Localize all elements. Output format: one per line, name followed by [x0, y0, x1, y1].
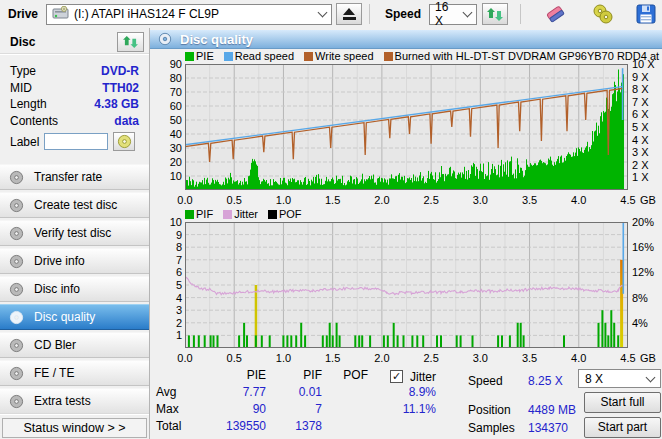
y-axis-right-label: 3 X	[632, 146, 662, 158]
sidebar-item-transfer-rate[interactable]: Transfer rate	[0, 164, 149, 190]
sidebar-item-disc-info[interactable]: Disc info	[0, 276, 149, 302]
chevron-down-icon	[462, 8, 472, 18]
x-axis-tick-label: 2.0	[367, 352, 397, 364]
x-axis-tick-label: 1.5	[318, 194, 348, 206]
x-axis-tick-label: 4.5	[613, 352, 643, 364]
y-axis-right-label: 6 X	[632, 108, 662, 120]
save-button[interactable]	[633, 2, 659, 26]
y-axis-right-label: 16%	[632, 241, 662, 253]
stat-total-jitter	[368, 419, 436, 436]
status-window-button[interactable]: Status window > >	[2, 418, 147, 438]
legend-item: Write speed	[304, 50, 374, 62]
start-full-button[interactable]: Start full	[584, 392, 661, 413]
info-label: Contents	[10, 114, 58, 128]
y-axis-tick-label: 70	[150, 86, 182, 98]
x-axis-tick-label: 0.0	[170, 352, 200, 364]
disc-info-row: TypeDVD-R	[0, 63, 149, 80]
y-axis-tick-label: 4	[150, 292, 182, 304]
y-axis-right-label: 12%	[632, 266, 662, 278]
y-axis-right-label: 10 X	[632, 58, 662, 70]
refresh-speed-button[interactable]	[482, 3, 508, 25]
speed-select[interactable]: 16 X	[429, 4, 477, 25]
disc-tools-button[interactable]	[590, 2, 616, 26]
sidebar-item-label: Disc quality	[34, 310, 95, 324]
info-label: Type	[10, 64, 36, 78]
x-axis-tick-label: 1.0	[268, 352, 298, 364]
y-axis-tick-label: 10	[150, 216, 182, 228]
label-input[interactable]	[44, 133, 108, 150]
toolbar-separator	[369, 4, 370, 24]
y-axis-right-label: 1 X	[632, 171, 662, 183]
read-label-button[interactable]	[113, 132, 135, 151]
disc-info-row: Contentsdata	[0, 113, 149, 130]
sidebar-item-extra-tests[interactable]: Extra tests	[0, 388, 149, 414]
y-axis-tick-label: 5	[150, 279, 182, 291]
legend-item: Jitter	[223, 208, 258, 220]
discs-icon	[591, 2, 615, 26]
sidebar-item-create-test-disc[interactable]: Create test disc	[0, 192, 149, 218]
col-header-pie: PIE	[210, 368, 266, 385]
speed-label: Speed	[385, 7, 421, 21]
erase-disc-button[interactable]	[544, 2, 570, 26]
disc-info-row: MIDTTH02	[0, 80, 149, 97]
stat-total-pie: 139550	[210, 419, 266, 436]
disc-icon	[9, 394, 24, 409]
y-axis-right-label: 9 X	[632, 71, 662, 83]
disc-icon	[9, 254, 24, 269]
chevron-down-icon	[646, 372, 656, 382]
legend-item: POF	[268, 208, 302, 220]
sidebar-item-label: Extra tests	[34, 394, 91, 408]
y-axis-right-label: 20%	[632, 216, 662, 228]
samples-readout: Samples 134370	[468, 421, 568, 435]
y-axis-tick-label: 1	[150, 329, 182, 341]
pif-chart	[185, 222, 628, 348]
drive-label: Drive	[8, 7, 38, 21]
scan-speed-select[interactable]: 8 X	[578, 369, 661, 388]
drive-select[interactable]: (I:) ATAPI iHAS124 F CL9P	[46, 4, 332, 25]
y-axis-tick-label: 3	[150, 304, 182, 316]
x-axis-unit-label: GB	[640, 352, 662, 364]
y-axis-right-label: 5 X	[632, 121, 662, 133]
legend-label: Burned with HL-DT-ST DVDRAM GP96YB70 RDD…	[395, 50, 662, 62]
sidebar-item-drive-info[interactable]: Drive info	[0, 248, 149, 274]
panel-header: Disc quality	[150, 30, 662, 49]
info-label: MID	[10, 81, 32, 95]
x-axis-tick-label: 3.5	[515, 194, 545, 206]
panel-title: Disc quality	[180, 32, 253, 47]
x-axis-tick-label: 2.0	[367, 194, 397, 206]
x-axis-tick-label: 3.0	[465, 352, 495, 364]
y-axis-right-label: 8 X	[632, 83, 662, 95]
speed-value: 16 X	[435, 0, 459, 28]
toolbar-separator	[520, 4, 521, 24]
eject-button[interactable]	[336, 3, 362, 25]
disc-icon	[9, 366, 24, 381]
y-axis-right-label: 4%	[632, 317, 662, 329]
stat-max-pie: 90	[210, 402, 266, 419]
sidebar-buttons: Transfer rateCreate test discVerify test…	[0, 164, 149, 414]
y-axis-right-label: 7 X	[632, 96, 662, 108]
y-axis-tick-label: 20	[150, 156, 182, 168]
speed-readout: Speed 8.25 X	[468, 374, 563, 388]
pie-chart	[185, 64, 628, 190]
refresh-arrows-icon	[487, 7, 503, 22]
info-value: 4.38 GB	[94, 97, 139, 111]
refresh-disc-button[interactable]	[117, 32, 144, 52]
sidebar-item-fe-te[interactable]: FE / TE	[0, 360, 149, 386]
x-axis-tick-label: 3.5	[515, 352, 545, 364]
col-header-pof: POF	[322, 368, 368, 385]
sidebar-item-disc-quality[interactable]: Disc quality	[0, 304, 149, 330]
x-axis-tick-label: 1.0	[268, 194, 298, 206]
disc-panel-title: Disc	[10, 35, 35, 49]
sidebar-item-cd-bler[interactable]: CD Bler	[0, 332, 149, 358]
x-axis-tick-label: 1.5	[318, 352, 348, 364]
y-axis-tick-label: 60	[150, 100, 182, 112]
start-part-button[interactable]: Start part	[584, 417, 661, 438]
sidebar-item-verify-test-disc[interactable]: Verify test disc	[0, 220, 149, 246]
jitter-checkbox[interactable]: ✓	[390, 370, 403, 383]
x-axis-tick-label: 0.5	[219, 352, 249, 364]
stat-avg-pof	[322, 385, 368, 402]
x-axis-tick-label: 4.0	[564, 194, 594, 206]
stat-avg-pie: 7.77	[210, 385, 266, 402]
stat-avg-jitter: 8.9%	[368, 385, 436, 402]
disc-panel-header: Disc	[0, 30, 149, 54]
